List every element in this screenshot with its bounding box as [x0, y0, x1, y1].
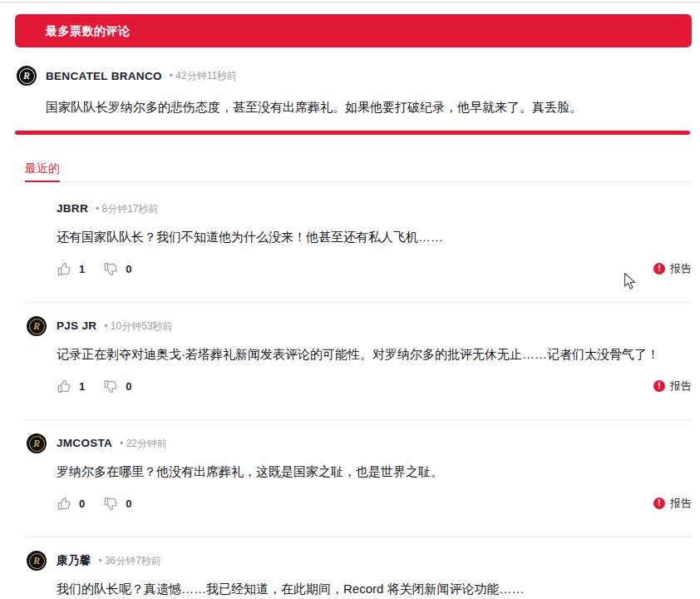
commenter-name: JMCOSTA: [57, 435, 112, 452]
most-voted-banner: 最多票数的评论: [15, 14, 692, 47]
comment-text: 国家队队长罗纳尔多的悲伤态度，甚至没有出席葬礼。如果他要打破纪录，他早就来了。真…: [46, 99, 690, 116]
commenter-avatar: R: [17, 66, 37, 86]
comment-timestamp: • 22分钟前: [120, 435, 167, 452]
record-logo-icon: R: [19, 68, 35, 84]
dislike-button[interactable]: 0: [103, 261, 131, 277]
commenter-name: JBRR: [57, 200, 88, 217]
comment-item: R JBRR • 8分钟17秒前 还有国家队队长？我们不知道他为什么没来！他甚至…: [25, 186, 692, 303]
report-button[interactable]: ! 报告: [653, 261, 692, 276]
like-button[interactable]: 1: [57, 261, 85, 277]
comment-timestamp: • 8分钟17秒前: [96, 200, 159, 217]
vote-controls: 1 0: [57, 379, 150, 394]
commenter-name: 康乃馨: [57, 552, 91, 569]
comment-timestamp: • 42分钟11秒前: [170, 69, 237, 83]
comment-text: 还有国家队队长？我们不知道他为什么没来！他甚至还有私人飞机……: [57, 228, 692, 246]
report-button-label: 报告: [670, 379, 692, 394]
comment-actions: 1 0 ! 报告: [57, 377, 692, 395]
commenter-name: BENCATEL BRANCO: [46, 70, 162, 82]
record-logo-icon: R: [29, 436, 45, 452]
record-logo-icon: R: [29, 319, 45, 334]
vote-controls: 1 0: [57, 261, 150, 277]
like-button[interactable]: 1: [57, 379, 85, 394]
vote-controls: 0 0: [57, 496, 150, 512]
comment-header: 康乃馨 • 36分钟7秒前: [57, 552, 692, 569]
comment-timestamp: • 10分钟53秒前: [104, 318, 172, 334]
dislike-count: 0: [126, 263, 131, 275]
comment-text: 记录正在剥夺对迪奥戈·若塔葬礼新闻发表评论的可能性。对罗纳尔多的批评无休无止………: [57, 345, 692, 364]
comment-text: 罗纳尔多在哪里？他没有出席葬礼，这既是国家之耻，也是世界之耻。: [57, 463, 692, 481]
dislike-count: 0: [126, 380, 131, 393]
comment-item: R PJS JR • 10分钟53秒前 记录正在剥夺对迪奥戈·若塔葬礼新闻发表评…: [25, 303, 692, 420]
commenter-avatar: R: [27, 433, 47, 453]
report-button[interactable]: ! 报告: [653, 379, 692, 394]
dislike-count: 0: [126, 498, 131, 510]
dislike-button[interactable]: 0: [103, 496, 131, 512]
report-button-label: 报告: [670, 496, 692, 511]
comment-header: PJS JR • 10分钟53秒前: [57, 318, 692, 334]
featured-comment-header: R BENCATEL BRANCO • 42分钟11秒前: [17, 66, 690, 86]
commenter-avatar: R: [27, 316, 47, 336]
comment-item: R 康乃馨 • 36分钟7秒前 我们的队长呢？真遗憾……我已经知道，在此期间，R…: [25, 537, 692, 599]
record-logo-icon: R: [29, 553, 45, 569]
thumb-up-icon: [57, 379, 72, 394]
alert-circle-icon: !: [653, 498, 665, 509]
comment-actions: 0 0 ! 报告: [57, 494, 692, 512]
thumb-down-icon: [103, 379, 119, 394]
dislike-button[interactable]: 0: [103, 379, 131, 394]
comment-timestamp: • 36分钟7秒前: [98, 552, 161, 569]
featured-section-red-divider: [15, 131, 690, 135]
like-count: 0: [79, 498, 85, 510]
most-voted-banner-label: 最多票数的评论: [46, 24, 131, 37]
thumb-down-icon: [103, 496, 119, 512]
comment-actions: 1 0 ! 报告: [57, 260, 692, 278]
thumb-up-icon: [57, 496, 72, 512]
like-button[interactable]: 0: [57, 496, 85, 512]
alert-circle-icon: !: [653, 263, 665, 275]
comment-list: R JBRR • 8分钟17秒前 还有国家队队长？我们不知道他为什么没来！他甚至…: [0, 180, 700, 599]
like-count: 1: [79, 263, 85, 275]
comment-header: JMCOSTA • 22分钟前: [57, 435, 692, 452]
report-button[interactable]: ! 报告: [653, 496, 692, 511]
page-top-divider: [0, 2, 700, 2]
comment-text: 我们的队长呢？真遗憾……我已经知道，在此期间，Record 将关闭新闻评论功能……: [57, 580, 692, 598]
like-count: 1: [79, 380, 85, 393]
comment-item: R JMCOSTA • 22分钟前 罗纳尔多在哪里？他没有出席葬礼，这既是国家之…: [25, 420, 692, 537]
alert-circle-icon: !: [653, 380, 665, 392]
commenter-avatar: R: [27, 551, 47, 571]
commenter-name: PJS JR: [57, 318, 96, 334]
featured-comment: R BENCATEL BRANCO • 42分钟11秒前 国家队队长罗纳尔多的悲…: [17, 66, 690, 116]
comment-header: JBRR • 8分钟17秒前: [57, 200, 692, 217]
thumb-up-icon: [57, 261, 72, 277]
report-button-label: 报告: [670, 261, 692, 276]
thumb-down-icon: [103, 261, 119, 277]
